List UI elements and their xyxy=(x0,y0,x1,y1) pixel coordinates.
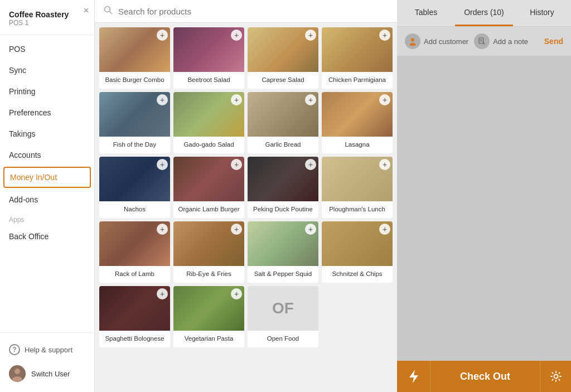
product-add-fish-of-the-day[interactable]: + xyxy=(157,94,168,105)
svg-point-1 xyxy=(14,369,20,374)
checkout-button[interactable]: Check Out xyxy=(430,361,540,392)
product-name-ribeye-fries: Rib-Eye & Fries xyxy=(173,266,244,283)
product-card-peking-duck-poutine[interactable]: +Peking Duck Poutine xyxy=(248,157,318,218)
sidebar-footer: ? Help & support Switch User xyxy=(0,332,94,392)
switch-user-button[interactable]: Switch User xyxy=(0,361,94,386)
product-card-beetroot-salad[interactable]: +Beetroot Salad xyxy=(173,27,244,89)
product-card-nachos[interactable]: +Nachos xyxy=(99,157,170,218)
product-image-ribeye-fries: + xyxy=(173,221,244,266)
sidebar-item-accounts[interactable]: Accounts xyxy=(0,144,94,166)
product-image-lasagna: + xyxy=(322,92,393,137)
product-image-ploughmans-lunch: + xyxy=(322,157,393,201)
sidebar-item-money-in-out[interactable]: Money In/Out xyxy=(3,167,91,188)
product-add-schnitzel-chips[interactable]: + xyxy=(379,224,390,235)
product-image-spaghetti-bolognese: + xyxy=(99,286,170,331)
product-name-open-food: Open Food xyxy=(248,331,318,347)
add-customer-label: Add customer xyxy=(424,37,468,46)
product-add-garlic-bread[interactable]: + xyxy=(305,94,316,105)
product-name-rack-of-lamb: Rack of Lamb xyxy=(99,266,170,283)
search-bar xyxy=(95,0,397,23)
sidebar-section-apps: Apps xyxy=(0,210,94,226)
sidebar-item-pos[interactable]: POS xyxy=(0,38,94,60)
add-note-label: Add a note xyxy=(493,37,528,46)
product-add-vegetarian-pasta[interactable]: + xyxy=(231,288,242,299)
product-card-ribeye-fries[interactable]: +Rib-Eye & Fries xyxy=(173,221,244,283)
product-card-open-food[interactable]: OFOpen Food xyxy=(248,286,318,347)
product-add-caprese-salad[interactable]: + xyxy=(305,30,316,41)
sidebar-item-back-office[interactable]: Back Office xyxy=(0,226,94,247)
product-card-chicken-parmigiana[interactable]: +Chicken Parmigiana xyxy=(322,27,393,89)
product-add-organic-lamb-burger[interactable]: + xyxy=(231,159,242,170)
sidebar-nav: POSSyncPrintingPreferencesTakingsAccount… xyxy=(0,35,94,332)
help-icon: ? xyxy=(9,344,20,355)
product-card-rack-of-lamb[interactable]: +Rack of Lamb xyxy=(99,221,170,283)
send-button[interactable]: Send xyxy=(544,37,563,46)
sidebar-item-add-ons[interactable]: Add-ons xyxy=(0,189,94,210)
sidebar-item-printing[interactable]: Printing xyxy=(0,81,94,102)
product-add-lasagna[interactable]: + xyxy=(379,94,390,105)
product-card-spaghetti-bolognese[interactable]: +Spaghetti Bolognese xyxy=(99,286,170,347)
product-add-nachos[interactable]: + xyxy=(157,159,168,170)
close-button[interactable]: × xyxy=(84,6,89,16)
product-add-rack-of-lamb[interactable]: + xyxy=(157,224,168,235)
product-name-peking-duck-poutine: Peking Duck Poutine xyxy=(248,201,318,218)
right-tabs: TablesOrders (10)History xyxy=(397,0,571,27)
product-image-chicken-parmigiana: + xyxy=(322,27,393,72)
product-image-peking-duck-poutine: + xyxy=(248,157,318,201)
product-name-organic-lamb-burger: Organic Lamb Burger xyxy=(173,201,244,218)
product-name-chicken-parmigiana: Chicken Parmigiana xyxy=(322,72,393,89)
tab-tables[interactable]: Tables xyxy=(397,0,455,26)
product-card-garlic-bread[interactable]: +Garlic Bread xyxy=(248,92,318,153)
product-name-schnitzel-chips: Schnitzel & Chips xyxy=(322,266,393,283)
product-image-caprese-salad: + xyxy=(248,27,318,72)
product-name-beetroot-salad: Beetroot Salad xyxy=(173,72,244,89)
product-add-ploughmans-lunch[interactable]: + xyxy=(379,159,390,170)
product-add-basic-burger[interactable]: + xyxy=(157,30,168,41)
product-card-basic-burger[interactable]: +Basic Burger Combo xyxy=(99,27,170,89)
product-add-beetroot-salad[interactable]: + xyxy=(231,30,242,41)
svg-line-4 xyxy=(110,12,112,14)
sidebar-item-takings[interactable]: Takings xyxy=(0,123,94,144)
product-card-gado-gado-salad[interactable]: +Gado-gado Salad xyxy=(173,92,244,153)
product-name-salt-pepper-squid: Salt & Pepper Squid xyxy=(248,266,318,283)
product-card-ploughmans-lunch[interactable]: +Ploughman's Lunch xyxy=(322,157,393,218)
product-add-chicken-parmigiana[interactable]: + xyxy=(379,30,390,41)
add-customer-button[interactable]: Add customer xyxy=(405,33,468,49)
search-input[interactable] xyxy=(118,7,388,16)
lightning-button[interactable] xyxy=(397,361,430,392)
product-card-caprese-salad[interactable]: +Caprese Salad xyxy=(248,27,318,89)
product-name-vegetarian-pasta: Vegetarian Pasta xyxy=(173,331,244,347)
product-image-basic-burger: + xyxy=(99,27,170,72)
product-image-vegetarian-pasta: + xyxy=(173,286,244,331)
product-add-spaghetti-bolognese[interactable]: + xyxy=(157,288,168,299)
product-image-beetroot-salad: + xyxy=(173,27,244,72)
help-label: Help & support xyxy=(25,346,72,354)
product-name-caprese-salad: Caprese Salad xyxy=(248,72,318,89)
product-card-organic-lamb-burger[interactable]: +Organic Lamb Burger xyxy=(173,157,244,218)
product-image-organic-lamb-burger: + xyxy=(173,157,244,201)
product-image-nachos: + xyxy=(99,157,170,201)
tab-history[interactable]: History xyxy=(513,0,571,26)
sidebar-item-sync[interactable]: Sync xyxy=(0,60,94,81)
product-image-garlic-bread: + xyxy=(248,92,318,137)
sidebar-item-preferences[interactable]: Preferences xyxy=(0,102,94,123)
help-support-button[interactable]: ? Help & support xyxy=(0,338,94,361)
product-add-ribeye-fries[interactable]: + xyxy=(231,224,242,235)
product-card-schnitzel-chips[interactable]: +Schnitzel & Chips xyxy=(322,221,393,283)
product-card-lasagna[interactable]: +Lasagna xyxy=(322,92,393,153)
product-name-nachos: Nachos xyxy=(99,201,170,218)
product-card-vegetarian-pasta[interactable]: +Vegetarian Pasta xyxy=(173,286,244,347)
svg-point-6 xyxy=(410,43,416,46)
product-add-peking-duck-poutine[interactable]: + xyxy=(305,159,316,170)
product-card-fish-of-the-day[interactable]: +Fish of the Day xyxy=(99,92,170,153)
product-add-salt-pepper-squid[interactable]: + xyxy=(305,224,316,235)
product-card-salt-pepper-squid[interactable]: +Salt & Pepper Squid xyxy=(248,221,318,283)
product-name-ploughmans-lunch: Ploughman's Lunch xyxy=(322,201,393,218)
product-add-gado-gado-salad[interactable]: + xyxy=(231,94,242,105)
gear-button[interactable] xyxy=(540,361,571,392)
main-content: +Basic Burger Combo+Beetroot Salad+Capre… xyxy=(95,0,397,392)
product-name-basic-burger: Basic Burger Combo xyxy=(99,72,170,89)
tab-orders[interactable]: Orders (10) xyxy=(455,0,513,26)
add-note-button[interactable]: Add a note xyxy=(474,33,528,49)
product-image-salt-pepper-squid: + xyxy=(248,221,318,266)
